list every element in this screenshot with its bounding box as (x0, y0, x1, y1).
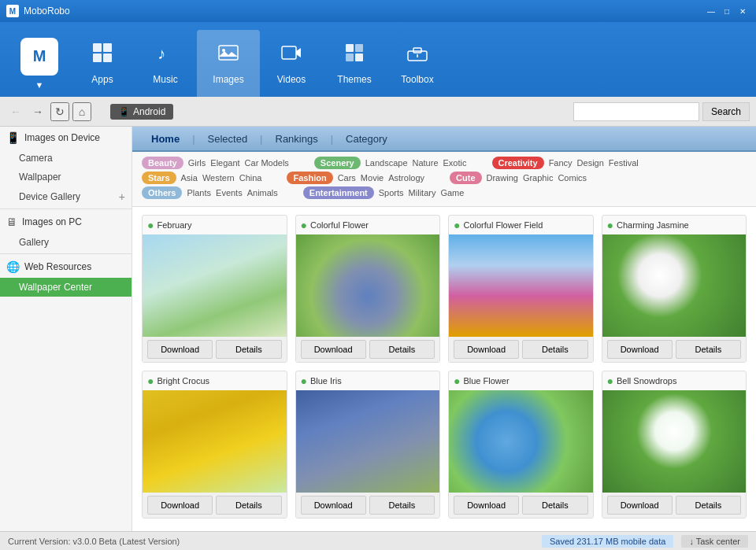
sidebar-section-images-pc[interactable]: 🖥 Images on PC (0, 211, 132, 233)
cat-military[interactable]: Military (409, 188, 436, 197)
wallpaper-name-colorful-flower: Colorful Flower (310, 220, 369, 230)
sidebar-section-web[interactable]: 🌐 Web Resources (0, 256, 132, 278)
download-btn-colorful-flower[interactable]: Download (301, 340, 366, 359)
download-btn-bright-crocus[interactable]: Download (147, 496, 213, 515)
cat-asia[interactable]: Asia (181, 173, 198, 183)
nav-music[interactable]: ♪ Music (134, 30, 197, 97)
cat-astrology[interactable]: Astrology (388, 173, 424, 183)
wallpaper-actions-blue-iris: Download Details (296, 493, 440, 518)
wallpaper-img-bright-crocus[interactable] (143, 390, 287, 493)
tag-entertainment[interactable]: Entertainment (303, 186, 374, 199)
cat-china[interactable]: China (239, 173, 262, 183)
tab-bar: Home | Selected | Rankings | Category (132, 127, 756, 152)
music-label: Music (153, 74, 177, 85)
nav-videos[interactable]: Videos (260, 30, 323, 97)
home-button[interactable]: ⌂ (72, 102, 91, 121)
cat-comics[interactable]: Comics (558, 173, 587, 183)
cat-animals[interactable]: Animals (247, 188, 278, 197)
details-btn-bell-snowdrops[interactable]: Details (676, 496, 741, 515)
search-button[interactable]: Search (702, 102, 750, 121)
wallpaper-card-charming-jasmine: ● Charming Jasmine Download Details (602, 215, 747, 363)
details-btn-february[interactable]: Details (216, 340, 281, 359)
tag-others[interactable]: Others (142, 186, 182, 199)
cat-cars[interactable]: Cars (338, 173, 356, 183)
details-btn-charming-jasmine[interactable]: Details (676, 340, 741, 359)
cat-game[interactable]: Game (440, 188, 464, 197)
sidebar-item-device-gallery[interactable]: Device Gallery + (0, 186, 132, 207)
cat-graphic[interactable]: Graphic (523, 173, 554, 183)
cat-events[interactable]: Events (216, 188, 243, 197)
forward-button[interactable]: → (28, 102, 47, 121)
tab-category[interactable]: Category (339, 130, 394, 148)
tab-rankings[interactable]: Rankings (269, 130, 324, 148)
details-btn-blue-flower[interactable]: Details (522, 496, 587, 515)
tag-creativity[interactable]: Creativity (492, 157, 544, 169)
cat-drawing[interactable]: Drawing (487, 173, 518, 183)
sidebar-item-wallpaper-center[interactable]: Wallpaper Center (0, 278, 132, 297)
svg-rect-14 (413, 48, 421, 53)
details-btn-bright-crocus[interactable]: Details (216, 496, 281, 515)
cat-exotic[interactable]: Exotic (443, 158, 467, 168)
details-btn-blue-iris[interactable]: Details (369, 496, 435, 515)
cat-girls[interactable]: Girls (188, 158, 206, 168)
tag-fashion[interactable]: Fashion (287, 172, 332, 184)
maximize-button[interactable]: □ (720, 5, 734, 17)
wallpaper-img-blue-iris[interactable] (296, 390, 440, 493)
svg-marker-8 (296, 48, 301, 57)
tag-scenery[interactable]: Scenery (314, 157, 361, 169)
tag-cute[interactable]: Cute (450, 172, 481, 184)
wallpaper-img-charming-jasmine[interactable] (602, 234, 747, 337)
download-btn-blue-flower[interactable]: Download (454, 496, 519, 515)
wallpaper-dot-february: ● (147, 219, 154, 231)
cat-nature[interactable]: Nature (413, 158, 439, 168)
close-button[interactable]: ✕ (736, 5, 750, 17)
back-button[interactable]: ← (6, 102, 25, 121)
wallpaper-img-colorful-flower[interactable] (296, 234, 440, 337)
cat-festival[interactable]: Festival (609, 158, 639, 168)
nav-moborobo[interactable]: M ▼ (8, 30, 71, 97)
minimize-button[interactable]: — (704, 5, 718, 17)
sidebar-section-images-device[interactable]: 📱 Images on Device (0, 127, 132, 149)
download-btn-february[interactable]: Download (147, 340, 213, 359)
cat-sports[interactable]: Sports (379, 188, 404, 197)
cat-plants[interactable]: Plants (187, 188, 211, 197)
sidebar-item-gallery[interactable]: Gallery (0, 233, 132, 252)
search-input[interactable] (573, 102, 699, 121)
cat-car-models[interactable]: Car Models (245, 158, 289, 168)
task-center-button[interactable]: ↓ Task center (681, 535, 748, 548)
cat-fancy[interactable]: Fancy (549, 158, 573, 168)
nav-apps[interactable]: Apps (71, 30, 134, 97)
add-gallery-icon[interactable]: + (119, 190, 125, 203)
nav-toolbox[interactable]: Toolbox (386, 30, 449, 97)
wallpaper-img-february[interactable] (143, 234, 287, 337)
cat-movie[interactable]: Movie (361, 173, 384, 183)
nav-images[interactable]: Images (197, 30, 260, 97)
cat-elegant[interactable]: Elegant (210, 158, 239, 168)
details-btn-colorful-flower-field[interactable]: Details (522, 340, 587, 359)
download-btn-colorful-flower-field[interactable]: Download (454, 340, 519, 359)
wallpaper-img-blue-flower[interactable] (449, 390, 593, 493)
wallpaper-name-charming-jasmine: Charming Jasmine (617, 220, 689, 230)
tab-home[interactable]: Home (145, 130, 186, 148)
download-btn-charming-jasmine[interactable]: Download (607, 340, 673, 359)
download-btn-blue-iris[interactable]: Download (301, 496, 366, 515)
cat-western[interactable]: Western (202, 173, 235, 183)
details-btn-colorful-flower[interactable]: Details (369, 340, 435, 359)
cat-landscape[interactable]: Landscape (365, 158, 408, 168)
download-btn-bell-snowdrops[interactable]: Download (607, 496, 673, 515)
wallpaper-dot-colorful-flower-field: ● (454, 219, 460, 231)
svg-rect-5 (219, 46, 238, 60)
nav-themes[interactable]: Themes (323, 30, 386, 97)
tag-stars[interactable]: Stars (142, 172, 176, 184)
cat-design[interactable]: Design (577, 158, 604, 168)
wallpaper-card-blue-flower: ● Blue Flower Download Details (448, 371, 594, 519)
refresh-button[interactable]: ↻ (50, 102, 69, 121)
tag-beauty[interactable]: Beauty (142, 157, 183, 169)
wallpaper-img-colorful-flower-field[interactable] (449, 234, 593, 337)
svg-rect-2 (93, 54, 102, 62)
tab-selected[interactable]: Selected (202, 130, 254, 148)
sidebar-item-wallpaper[interactable]: Wallpaper (0, 168, 132, 186)
wallpaper-img-bell-snowdrops[interactable] (602, 390, 747, 493)
sidebar-item-camera[interactable]: Camera (0, 149, 132, 168)
category-row-3: Others Plants Events Animals Entertainme… (142, 186, 747, 199)
